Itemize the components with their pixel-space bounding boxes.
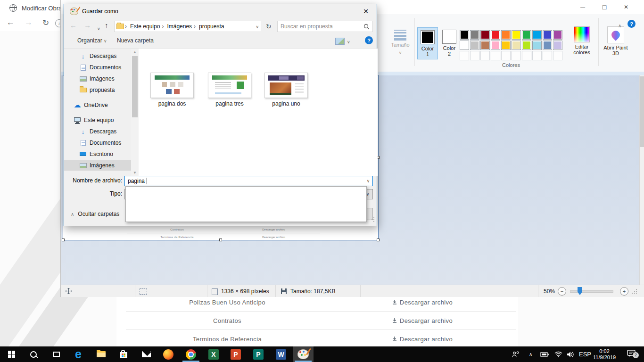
open-paint3d-button[interactable]: Abrir Paint 3D xyxy=(602,26,629,56)
new-folder-button[interactable]: Nueva carpeta xyxy=(117,37,154,44)
window-resize-grip[interactable] xyxy=(632,289,638,295)
tray-expand-icon[interactable] xyxy=(529,346,532,362)
dialog-help-icon[interactable] xyxy=(365,36,373,44)
taskbar-word[interactable] xyxy=(271,346,291,362)
canvas-resize-handle-bottom-left[interactable] xyxy=(62,239,65,241)
color2-button[interactable]: Color 2 xyxy=(440,27,459,59)
breadcrumb-segment[interactable]: propuesta xyxy=(194,23,224,30)
palette-color-swatch[interactable] xyxy=(470,41,479,50)
sidebar-item-imagenes-2[interactable]: Imágenes xyxy=(64,160,139,171)
volume-indicator[interactable] xyxy=(567,346,575,362)
palette-color-swatch[interactable] xyxy=(522,30,531,40)
palette-empty-cell[interactable] xyxy=(480,51,490,60)
sidebar-item-escritorio[interactable]: Escritorio xyxy=(64,149,139,159)
address-bar[interactable]: Este equipo Imágenes propuesta xyxy=(114,21,261,32)
palette-color-swatch[interactable] xyxy=(553,41,562,50)
edit-colors-button[interactable]: Editar colores xyxy=(569,26,594,55)
scroll-down-icon[interactable]: ▼ xyxy=(131,169,139,176)
download-link[interactable]: Descargar archivo xyxy=(329,336,516,343)
search-box[interactable]: Buscar en propuesta xyxy=(277,21,373,32)
nav-up-icon[interactable]: ↑ xyxy=(105,21,108,29)
filename-dropdown-icon[interactable] xyxy=(364,176,372,186)
palette-empty-cell[interactable] xyxy=(532,51,542,60)
organize-button[interactable]: Organizar xyxy=(77,37,107,44)
sidebar-item-imagenes[interactable]: Imágenes xyxy=(64,74,139,84)
breadcrumb-segment[interactable]: Imágenes xyxy=(162,23,192,30)
taskbar-mail[interactable] xyxy=(136,346,157,362)
address-dropdown-icon[interactable] xyxy=(256,23,259,30)
dialog-resize-grip[interactable] xyxy=(370,217,374,222)
wifi-indicator[interactable] xyxy=(554,346,562,362)
taskbar-search-button[interactable] xyxy=(23,346,44,362)
palette-color-swatch[interactable] xyxy=(522,41,531,50)
sidebar-item-propuesta[interactable]: propuesta xyxy=(64,85,139,95)
filename-input[interactable]: pagina xyxy=(124,176,373,186)
palette-color-swatch[interactable] xyxy=(480,41,490,50)
browser-forward-icon[interactable]: → xyxy=(25,18,33,27)
workspace-scrollbar[interactable] xyxy=(639,75,644,285)
taskbar-firefox[interactable] xyxy=(158,346,179,362)
hide-folders-button[interactable]: Ocultar carpetas xyxy=(71,211,119,217)
minimize-button[interactable] xyxy=(576,2,590,12)
taskbar-store[interactable] xyxy=(113,346,134,362)
palette-color-swatch[interactable] xyxy=(470,30,479,40)
zoom-slider-track[interactable] xyxy=(570,290,613,293)
zoom-slider-thumb[interactable] xyxy=(578,287,582,295)
paint-help-icon[interactable] xyxy=(627,20,636,28)
taskbar-paint[interactable] xyxy=(293,346,314,362)
color1-button[interactable]: Color 1 xyxy=(417,27,438,59)
taskbar-edge[interactable] xyxy=(68,346,89,362)
breadcrumb-segment[interactable]: Este equipo xyxy=(125,23,160,30)
task-view-button[interactable] xyxy=(46,346,66,362)
close-button[interactable] xyxy=(619,2,633,12)
palette-color-swatch[interactable] xyxy=(460,30,469,40)
sidebar-item-onedrive[interactable]: OneDrive xyxy=(64,100,139,110)
size-button[interactable]: Tamaño xyxy=(389,26,412,60)
sidebar-item-descargas[interactable]: Descargas xyxy=(64,51,139,61)
nav-history-dropdown-icon[interactable] xyxy=(97,24,100,32)
zoom-out-button[interactable]: − xyxy=(558,287,566,296)
palette-empty-cell[interactable] xyxy=(501,51,511,60)
battery-indicator[interactable] xyxy=(540,346,549,362)
browser-tab[interactable]: Modificar Obra/ xyxy=(9,4,64,12)
palette-empty-cell[interactable] xyxy=(470,51,479,60)
canvas-resize-handle-bottom[interactable] xyxy=(219,239,222,241)
palette-color-swatch[interactable] xyxy=(512,41,521,50)
taskbar-excel[interactable] xyxy=(203,346,224,362)
taskbar-publisher[interactable] xyxy=(248,346,269,362)
palette-color-swatch[interactable] xyxy=(501,41,511,50)
maximize-button[interactable] xyxy=(597,2,611,12)
palette-empty-cell[interactable] xyxy=(553,51,562,60)
download-link[interactable]: Descargar archivo xyxy=(329,299,516,306)
palette-color-swatch[interactable] xyxy=(491,30,500,40)
palette-color-swatch[interactable] xyxy=(512,30,521,40)
palette-color-swatch[interactable] xyxy=(460,41,469,50)
palette-empty-cell[interactable] xyxy=(543,51,552,60)
palette-empty-cell[interactable] xyxy=(512,51,521,60)
palette-color-swatch[interactable] xyxy=(553,30,562,40)
palette-empty-cell[interactable] xyxy=(460,51,469,60)
sidebar-item-descargas-2[interactable]: Descargas xyxy=(64,126,139,137)
filename-suggestions-dropdown[interactable] xyxy=(125,186,367,222)
sidebar-item-este-equipo[interactable]: Este equipo xyxy=(64,115,139,125)
action-center-button[interactable]: 2 xyxy=(627,346,636,362)
view-mode-button[interactable] xyxy=(335,38,350,45)
file-item[interactable]: pagina uno xyxy=(264,73,308,107)
start-button[interactable] xyxy=(1,346,22,362)
people-button[interactable] xyxy=(512,346,520,362)
scroll-up-icon[interactable]: ▲ xyxy=(131,49,139,55)
palette-empty-cell[interactable] xyxy=(522,51,531,60)
palette-color-swatch[interactable] xyxy=(532,30,542,40)
file-item[interactable]: pagina dos xyxy=(150,73,194,107)
dialog-close-icon[interactable] xyxy=(359,7,373,16)
palette-color-swatch[interactable] xyxy=(543,30,552,40)
zoom-in-button[interactable]: + xyxy=(620,287,628,296)
nav-forward-icon[interactable]: → xyxy=(84,21,91,29)
taskbar-chrome[interactable] xyxy=(181,346,201,362)
taskbar-file-explorer[interactable] xyxy=(91,346,111,362)
palette-color-swatch[interactable] xyxy=(491,41,500,50)
clock[interactable]: 0:02 11/9/2019 xyxy=(593,346,616,362)
sidebar-scrollbar[interactable]: ▲ ▼ xyxy=(131,49,139,176)
download-link[interactable]: Descargar archivo xyxy=(329,317,516,324)
palette-empty-cell[interactable] xyxy=(491,51,500,60)
